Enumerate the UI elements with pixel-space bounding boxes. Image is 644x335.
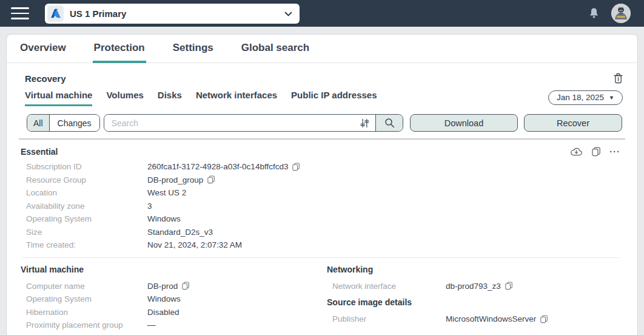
tab-protection[interactable]: Protection <box>93 42 146 63</box>
recover-button[interactable]: Recover <box>524 114 622 132</box>
dropdown-caret-icon: ▼ <box>609 95 614 101</box>
tab-global-search[interactable]: Global search <box>240 42 310 63</box>
chevron-down-icon <box>284 8 292 19</box>
source-image-details-title: Source image details <box>327 297 623 307</box>
detail-row: Subscription ID 260fca1f-3172-4928-a03f-… <box>21 160 623 174</box>
recovery-date-selector[interactable]: Jan 18, 2025 ▼ <box>548 90 623 105</box>
detail-row: Network interface db-prod793_z3 <box>327 280 623 293</box>
notification-bell-icon[interactable] <box>589 7 599 19</box>
copy-icon[interactable] <box>292 163 300 171</box>
detail-row: Operating System Windows <box>21 212 623 226</box>
networking-section: Networking Network interface db-prod793_… <box>327 265 623 332</box>
copy-icon[interactable] <box>182 282 189 290</box>
user-avatar[interactable] <box>611 4 631 23</box>
copy-icon[interactable] <box>505 282 512 290</box>
subtab-volumes[interactable]: Volumes <box>106 90 143 106</box>
detail-row: Operating System Windows <box>21 293 327 306</box>
detail-row: Hibernation Disabled <box>21 306 327 319</box>
page-title: Recovery <box>25 73 66 84</box>
search-input[interactable] <box>104 115 354 131</box>
more-options-ellipsis-icon[interactable]: ··· <box>609 146 620 157</box>
networking-section-title: Networking <box>327 265 623 274</box>
detail-row: Size Standard_D2s_v3 <box>21 226 623 239</box>
scope-selector-dropdown[interactable]: US 1 Primary <box>45 4 300 24</box>
scope-selector-label: US 1 Primary <box>70 8 126 19</box>
detail-row: Availability zone 3 <box>21 200 623 213</box>
hamburger-menu-icon[interactable] <box>11 7 29 19</box>
essential-section: Essential ··· Subscr <box>7 140 637 252</box>
recovery-date-label: Jan 18, 2025 <box>557 93 604 102</box>
azure-logo-icon <box>47 5 64 22</box>
filter-changes-button[interactable]: Changes <box>49 115 99 131</box>
essential-section-title: Essential <box>21 147 58 157</box>
copy-icon[interactable] <box>207 175 215 184</box>
search-box <box>104 114 403 132</box>
filter-segmented-control: All Changes <box>27 114 100 132</box>
subtab-public-ip-addresses[interactable]: Public IP addresses <box>291 90 377 106</box>
primary-tabs: Overview Protection Settings Global sear… <box>7 35 637 63</box>
source-image-details-section: Source image details Publisher Microsoft… <box>327 297 623 326</box>
essential-properties-list: Subscription ID 260fca1f-3172-4928-a03f-… <box>21 160 623 252</box>
virtual-machine-section: Virtual machine Computer name DB-prod Op… <box>21 265 327 332</box>
copy-all-icon[interactable] <box>592 147 600 157</box>
subtab-disks[interactable]: Disks <box>158 90 182 106</box>
recovery-subtabs: Virtual machine Volumes Disks Network in… <box>25 90 377 106</box>
delete-trash-icon[interactable] <box>614 73 623 84</box>
filter-all-button[interactable]: All <box>27 115 49 131</box>
search-submit-button[interactable] <box>375 115 403 131</box>
detail-row: Computer name DB-prod <box>21 280 327 293</box>
detail-row: Location West US 2 <box>21 186 623 200</box>
detail-row: Publisher MicrosoftWindowsServer <box>327 313 623 326</box>
virtual-machine-section-title: Virtual machine <box>21 265 327 274</box>
detail-row: Time created: Nov 21, 2024, 2:07:32 AM <box>21 239 623 252</box>
download-button[interactable]: Download <box>410 114 518 132</box>
top-bar: US 1 Primary <box>0 0 644 27</box>
copy-icon[interactable] <box>540 315 548 323</box>
subtab-network-interfaces[interactable]: Network interfaces <box>196 90 277 106</box>
cloud-download-icon[interactable] <box>570 147 583 157</box>
tab-overview[interactable]: Overview <box>19 42 67 63</box>
detail-row: Resource Group DB-prod_group <box>21 174 623 187</box>
filter-options-icon[interactable] <box>354 115 375 131</box>
subtab-virtual-machine[interactable]: Virtual machine <box>25 90 92 106</box>
main-content-card: Overview Protection Settings Global sear… <box>6 34 638 335</box>
detail-row: Proximity placement group — <box>21 319 327 332</box>
tab-settings[interactable]: Settings <box>172 42 215 63</box>
